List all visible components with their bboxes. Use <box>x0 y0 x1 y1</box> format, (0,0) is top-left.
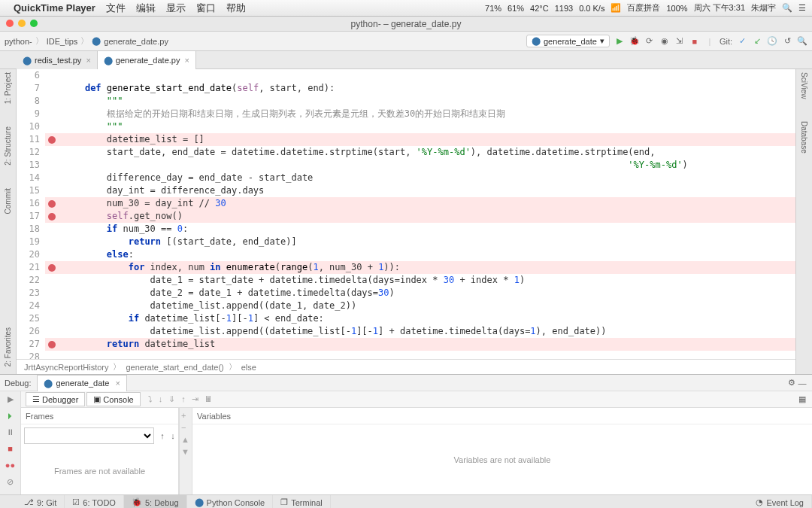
btab-python-console[interactable]: ⬤Python Console <box>187 495 274 509</box>
code-line[interactable]: 16 num_30 = day_int // 30 <box>17 197 795 210</box>
menu-help[interactable]: 帮助 <box>226 2 246 15</box>
stop-button[interactable]: ■ <box>689 36 700 47</box>
code-line[interactable]: 8 """ <box>17 95 795 108</box>
code-text[interactable]: else: <box>59 248 134 261</box>
crumb-project[interactable]: python- <box>5 37 32 46</box>
gear-icon[interactable]: ⚙ <box>786 378 797 388</box>
step-into-my-button[interactable]: ⇓ <box>168 394 175 404</box>
code-text[interactable]: def generate_start_end_date(self, start,… <box>59 82 335 95</box>
debugger-tab[interactable]: ☰ Debugger <box>26 392 85 406</box>
breakpoint-gutter[interactable] <box>45 133 59 146</box>
code-line[interactable]: 28 <box>17 351 795 359</box>
btab-terminal[interactable]: ❐Terminal <box>273 495 331 509</box>
sidebar-sciview[interactable]: SciView <box>800 72 808 99</box>
breakpoint-gutter[interactable] <box>45 184 59 197</box>
crumb-block[interactable]: else <box>241 363 256 372</box>
spotlight-icon[interactable]: 🔍 <box>782 3 792 13</box>
code-text[interactable] <box>59 69 63 82</box>
breakpoint-icon[interactable] <box>48 136 56 144</box>
minimize-window-button[interactable] <box>18 20 26 27</box>
breakpoint-gutter[interactable] <box>45 172 59 184</box>
code-line[interactable]: 19 return [(start_date, end_date)] <box>17 236 795 248</box>
crumb-folder[interactable]: IDE_tips <box>47 37 78 46</box>
code-line[interactable]: 23 date_2 = date_1 + datetime.timedelta(… <box>17 287 795 300</box>
breakpoint-gutter[interactable] <box>45 69 59 82</box>
run-config-selector[interactable]: ⬤ generate_date ▾ <box>526 35 610 47</box>
code-line[interactable]: 26 datetime_list.append((datetime_list[-… <box>17 325 795 338</box>
close-window-button[interactable] <box>6 20 14 27</box>
code-line[interactable]: 22 date_1 = start_date + datetime.timede… <box>17 274 795 287</box>
down-icon[interactable]: ▼ <box>181 447 190 456</box>
status-ime[interactable]: 百度拼音 <box>627 2 660 14</box>
add-icon[interactable]: + <box>181 411 190 420</box>
breakpoint-icon[interactable] <box>48 341 56 348</box>
breakpoint-gutter[interactable] <box>45 159 59 172</box>
code-text[interactable]: """ <box>59 95 123 108</box>
crumb-class[interactable]: JrttAsyncReportHistory <box>24 363 108 372</box>
breakpoint-gutter[interactable] <box>45 338 59 351</box>
profile-button[interactable]: ◉ <box>659 36 670 47</box>
breakpoint-gutter[interactable] <box>45 120 59 133</box>
code-line[interactable]: 12 start_date, end_date = datetime.datet… <box>17 146 795 159</box>
code-text[interactable]: day_int = difference_day.days <box>59 184 264 197</box>
code-line[interactable]: 6 <box>17 69 795 82</box>
view-breakpoints-button[interactable]: ●● <box>5 459 17 471</box>
status-battery[interactable]: 100% <box>666 4 687 13</box>
attach-button[interactable]: ⇲ <box>674 36 685 47</box>
breakpoint-gutter[interactable] <box>45 248 59 261</box>
sidebar-database[interactable]: Database <box>800 121 808 154</box>
git-commit-button[interactable]: ↙ <box>752 36 762 47</box>
code-text[interactable] <box>59 351 63 359</box>
btab-event-log[interactable]: ◔Event Log <box>748 495 812 509</box>
breakpoint-icon[interactable] <box>48 213 56 221</box>
console-tab[interactable]: ▣ Console <box>86 392 140 406</box>
code-text[interactable]: start_date, end_date = datetime.datetime… <box>59 146 656 159</box>
menu-icon[interactable]: ☰ <box>798 3 806 13</box>
btab-todo[interactable]: ☑6: TODO <box>65 495 124 509</box>
code-line[interactable]: 13 '%Y-%m-%d') <box>17 159 795 172</box>
tab-redis-test[interactable]: ⬤ redis_test.py × <box>17 51 98 69</box>
sidebar-project[interactable]: 1: Project <box>4 72 12 104</box>
app-name[interactable]: QuickTime Player <box>14 2 95 14</box>
up-icon[interactable]: ▲ <box>181 435 190 444</box>
breakpoint-gutter[interactable] <box>45 82 59 95</box>
tab-generate-date[interactable]: ⬤ generate_date.py × <box>98 51 196 69</box>
breakpoint-gutter[interactable] <box>45 274 59 287</box>
code-line[interactable]: 9 根据给定的开始日期和结束日期，生成日期列表，列表元素是元组，天数差30的开始… <box>17 108 795 120</box>
stop-debug-button[interactable]: ■ <box>5 443 17 455</box>
code-text[interactable]: 根据给定的开始日期和结束日期，生成日期列表，列表元素是元组，天数差30的开始日期… <box>59 108 505 120</box>
breakpoint-gutter[interactable] <box>45 261 59 274</box>
step-out-button[interactable]: ↑ <box>181 394 186 404</box>
run-button[interactable]: ▶ <box>614 36 625 47</box>
code-text[interactable]: datetime_list.append((date_1, date_2)) <box>59 300 356 312</box>
menu-window[interactable]: 窗口 <box>196 2 216 15</box>
crumb-file[interactable]: generate_date.py <box>104 37 168 46</box>
code-line[interactable]: 15 day_int = difference_day.days <box>17 184 795 197</box>
menu-edit[interactable]: 编辑 <box>136 2 156 15</box>
code-line[interactable]: 21 for index, num in enumerate(range(1, … <box>17 261 795 274</box>
breakpoint-gutter[interactable] <box>45 287 59 300</box>
sidebar-commit[interactable]: Commit <box>4 188 12 214</box>
btab-debug[interactable]: 🐞5: Debug <box>124 495 187 509</box>
btab-git[interactable]: ⎇9: Git <box>17 495 65 509</box>
code-text[interactable]: self.get_now() <box>59 210 183 223</box>
code-text[interactable]: return datetime_list <box>59 338 215 351</box>
status-user[interactable]: 朱烟宇 <box>751 2 776 14</box>
rerun-button[interactable]: ▶ <box>5 393 17 405</box>
code-text[interactable]: datetime_list = [] <box>59 133 205 146</box>
menu-file[interactable]: 文件 <box>106 2 126 15</box>
coverage-button[interactable]: ⟳ <box>644 36 655 47</box>
code-text[interactable]: num_30 = day_int // 30 <box>59 197 226 210</box>
code-line[interactable]: 18 if num_30 == 0: <box>17 223 795 236</box>
code-line[interactable]: 17 self.get_now() <box>17 210 795 223</box>
close-icon[interactable]: × <box>184 56 189 65</box>
breakpoint-gutter[interactable] <box>45 236 59 248</box>
step-into-button[interactable]: ↓ <box>159 394 163 404</box>
git-history-button[interactable]: 🕓 <box>767 36 777 47</box>
code-text[interactable]: difference_day = end_date - start_date <box>59 172 313 184</box>
code-editor[interactable]: 67 def generate_start_end_date(self, sta… <box>17 69 795 374</box>
code-text[interactable]: return [(start_date, end_date)] <box>59 236 297 248</box>
code-text[interactable]: datetime_list.append((datetime_list[-1][… <box>59 325 607 338</box>
breakpoint-gutter[interactable] <box>45 300 59 312</box>
code-text[interactable]: if num_30 == 0: <box>59 223 188 236</box>
